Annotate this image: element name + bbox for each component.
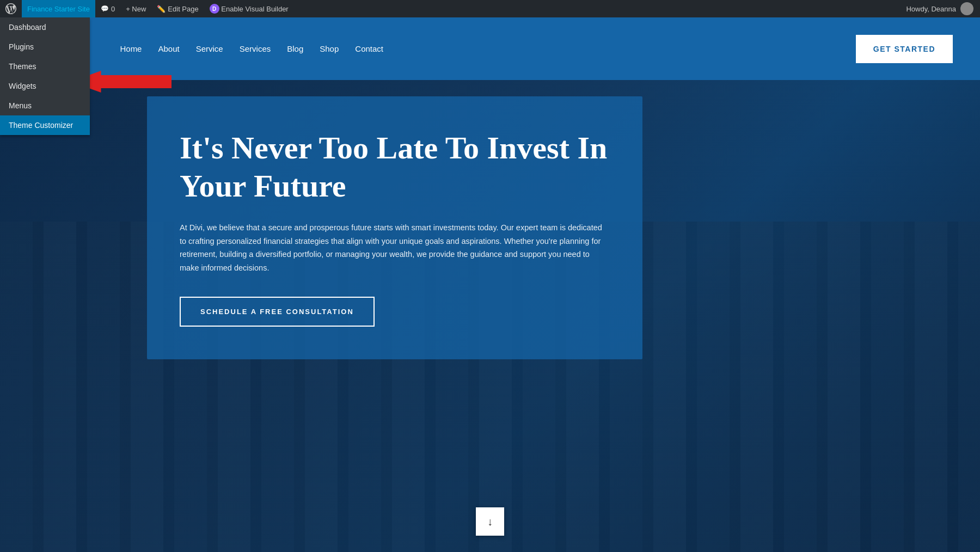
menu-item-theme-customizer[interactable]: Theme Customizer bbox=[0, 115, 90, 135]
hero-title: It's Never Too Late To Invest In Your Fu… bbox=[180, 129, 610, 205]
new-item[interactable]: + New bbox=[120, 0, 151, 17]
avatar bbox=[960, 2, 973, 15]
nav-home[interactable]: Home bbox=[120, 44, 142, 53]
hero-content-box: It's Never Too Late To Invest In Your Fu… bbox=[147, 96, 642, 359]
edit-icon: ✏️ bbox=[157, 5, 166, 13]
nav-contact[interactable]: Contact bbox=[355, 44, 383, 53]
menu-item-menus[interactable]: Menus bbox=[0, 96, 90, 115]
get-started-button[interactable]: GET STARTED bbox=[856, 35, 953, 63]
comments-item[interactable]: 💬 0 bbox=[95, 0, 120, 17]
menu-item-dashboard[interactable]: Dashboard bbox=[0, 17, 90, 37]
hero-section: It's Never Too Late To Invest In Your Fu… bbox=[0, 80, 980, 552]
main-nav: Home About Service Services Blog Shop Co… bbox=[120, 44, 855, 53]
user-menu[interactable]: Howdy, Deanna bbox=[899, 2, 980, 15]
nav-services[interactable]: Services bbox=[240, 44, 271, 53]
site-name-item[interactable]: Finance Starter Site bbox=[22, 0, 95, 17]
nav-blog[interactable]: Blog bbox=[287, 44, 303, 53]
divi-icon: D bbox=[210, 4, 219, 14]
nav-about[interactable]: About bbox=[158, 44, 179, 53]
nav-service[interactable]: Service bbox=[196, 44, 223, 53]
hero-body: At Divi, we believe that a secure and pr… bbox=[180, 221, 610, 275]
edit-page-item[interactable]: ✏️ Edit Page bbox=[151, 0, 204, 17]
divi-item[interactable]: D Enable Visual Builder bbox=[204, 0, 294, 17]
schedule-consultation-button[interactable]: SCHEDULE A FREE CONSULTATION bbox=[180, 297, 375, 327]
comment-icon: 💬 bbox=[101, 5, 109, 13]
menu-item-plugins[interactable]: Plugins bbox=[0, 37, 90, 57]
menu-item-widgets[interactable]: Widgets bbox=[0, 76, 90, 96]
nav-shop[interactable]: Shop bbox=[320, 44, 339, 53]
menu-item-themes[interactable]: Themes bbox=[0, 57, 90, 76]
admin-bar: Finance Starter Site 💬 0 + New ✏️ Edit P… bbox=[0, 0, 980, 17]
scroll-down-button[interactable]: ↓ bbox=[476, 507, 504, 536]
appearance-dropdown: Dashboard Plugins Themes Widgets Menus T… bbox=[0, 17, 90, 135]
wp-logo-item[interactable] bbox=[0, 3, 22, 14]
website-content: D divi Home About Service Services Blog … bbox=[0, 17, 980, 552]
chevron-down-icon: ↓ bbox=[487, 516, 493, 528]
